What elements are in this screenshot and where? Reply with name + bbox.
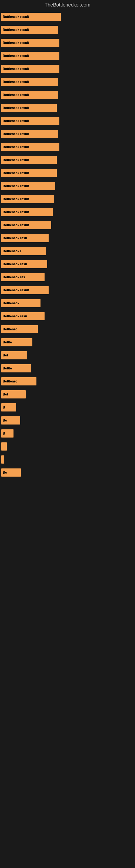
bar-label-26: Bot [3, 353, 8, 357]
bar-row: Bottleneck result [1, 156, 134, 164]
bar-18: Bottleneck r [1, 247, 46, 255]
bars-container: Bottleneck resultBottleneck resultBottle… [0, 10, 135, 484]
bar-8: Bottleneck result [1, 117, 59, 125]
bar-row: Bottleneck result [1, 26, 134, 34]
bar-label-16: Bottleneck result [3, 223, 29, 227]
bar-label-28: Bottlenec [3, 379, 17, 383]
bar-2: Bottleneck result [1, 39, 59, 47]
bar-row: Bottleneck result [1, 130, 134, 138]
bar-label-23: Bottleneck resu [3, 314, 27, 318]
bar-label-10: Bottleneck result [3, 145, 29, 149]
bar-row: Bottleneck result [1, 65, 134, 73]
bar-6: Bottleneck result [1, 91, 58, 99]
bar-15: Bottleneck result [1, 208, 53, 216]
bar-label-5: Bottleneck result [3, 80, 29, 84]
bar-label-13: Bottleneck result [3, 184, 29, 188]
bar-0: Bottleneck result [1, 13, 61, 21]
bar-25: Bottle [1, 338, 32, 346]
bar-row: Bottleneck result [1, 182, 134, 190]
bar-row: Bottleneck r [1, 247, 134, 255]
bar-row: Bottleneck result [1, 52, 134, 60]
bar-label-3: Bottleneck result [3, 54, 29, 58]
bar-label-15: Bottleneck result [3, 210, 29, 214]
bar-32: B [1, 429, 13, 437]
bar-label-9: Bottleneck result [3, 132, 29, 136]
bar-33 [1, 442, 7, 451]
bar-row: Bottleneck result [1, 13, 134, 21]
bar-row: Bo [1, 468, 134, 476]
bar-row: B [1, 403, 134, 411]
bar-29: Bot [1, 390, 26, 399]
bar-24: Bottlenec [1, 325, 38, 333]
bar-row: Bot [1, 390, 134, 399]
bar-10: Bottleneck result [1, 143, 59, 151]
bar-12: Bottleneck result [1, 169, 57, 177]
bar-35: Bo [1, 468, 21, 476]
bar-27: Bottle [1, 364, 31, 372]
bar-label-27: Bottle [3, 367, 12, 370]
bar-row: Bottleneck res [1, 273, 134, 281]
bar-row: Bottleneck result [1, 39, 134, 47]
bar-row: Bottleneck result [1, 286, 134, 294]
bar-row: Bottleneck result [1, 195, 134, 203]
bar-5: Bottleneck result [1, 78, 58, 86]
bar-label-18: Bottleneck r [3, 249, 21, 253]
bar-label-2: Bottleneck result [3, 41, 29, 45]
bar-label-17: Bottleneck resu [3, 236, 27, 240]
bar-11: Bottleneck result [1, 156, 57, 164]
bar-label-8: Bottleneck result [3, 119, 29, 123]
bar-1: Bottleneck result [1, 26, 58, 34]
bar-16: Bottleneck result [1, 221, 51, 229]
bar-label-21: Bottleneck result [3, 288, 29, 292]
bar-row: Bottleneck result [1, 143, 134, 151]
bar-4: Bottleneck result [1, 65, 59, 73]
bar-row: Bottlenec [1, 325, 134, 333]
site-title: TheBottlenecker.com [0, 0, 135, 10]
bar-34 [1, 456, 4, 464]
bar-label-24: Bottlenec [3, 328, 17, 331]
bar-row: Bot [1, 351, 134, 360]
bar-label-35: Bo [3, 471, 7, 474]
bar-31: Bo [1, 416, 20, 425]
bar-3: Bottleneck result [1, 52, 59, 60]
bar-row: Bottle [1, 364, 134, 372]
bar-row: Bottleneck result [1, 169, 134, 177]
bar-label-7: Bottleneck result [3, 106, 29, 110]
bar-label-32: B [3, 432, 5, 435]
bar-21: Bottleneck result [1, 286, 49, 294]
bar-row: Bottleneck [1, 299, 134, 307]
bar-row: Bottlenec [1, 377, 134, 385]
bar-row [1, 456, 134, 464]
bar-row: Bo [1, 416, 134, 425]
bar-label-30: B [3, 405, 5, 409]
bar-label-14: Bottleneck result [3, 197, 29, 201]
bar-row: Bottleneck result [1, 104, 134, 112]
bar-row: Bottleneck resu [1, 312, 134, 320]
bar-row: B [1, 429, 134, 437]
bar-row [1, 442, 134, 451]
bar-23: Bottleneck resu [1, 312, 45, 320]
bar-20: Bottleneck res [1, 273, 45, 281]
bar-30: B [1, 403, 16, 411]
bar-9: Bottleneck result [1, 130, 58, 138]
bar-label-20: Bottleneck res [3, 275, 25, 279]
bar-label-22: Bottleneck [3, 301, 19, 305]
bar-row: Bottleneck result [1, 208, 134, 216]
bar-row: Bottleneck result [1, 117, 134, 125]
bar-22: Bottleneck [1, 299, 41, 307]
bar-19: Bottleneck resu [1, 260, 47, 268]
bar-row: Bottleneck result [1, 78, 134, 86]
bar-label-31: Bo [3, 418, 7, 422]
bar-label-0: Bottleneck result [3, 15, 29, 19]
bar-26: Bot [1, 351, 27, 360]
bar-14: Bottleneck result [1, 195, 54, 203]
bar-28: Bottlenec [1, 377, 37, 385]
bar-label-12: Bottleneck result [3, 171, 29, 175]
bar-label-29: Bot [3, 393, 8, 396]
bar-7: Bottleneck result [1, 104, 57, 112]
bar-label-4: Bottleneck result [3, 67, 29, 71]
bar-17: Bottleneck resu [1, 234, 49, 242]
bar-13: Bottleneck result [1, 182, 55, 190]
bar-row: Bottleneck resu [1, 234, 134, 242]
bar-row: Bottleneck result [1, 91, 134, 99]
